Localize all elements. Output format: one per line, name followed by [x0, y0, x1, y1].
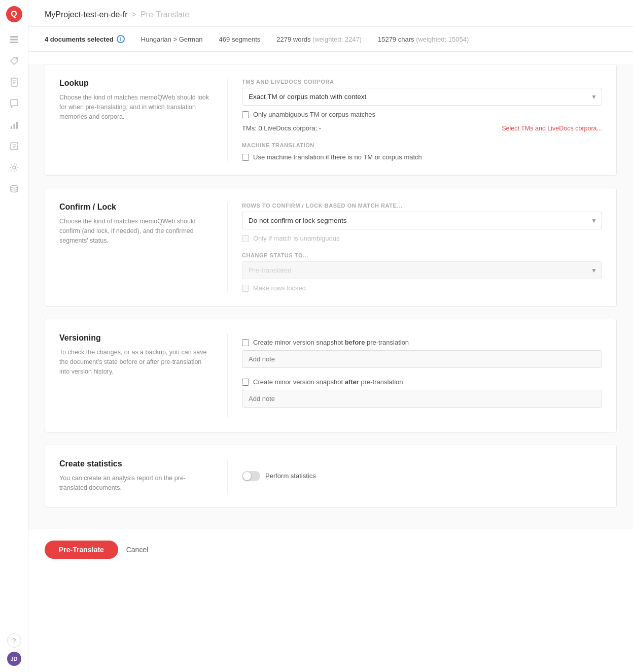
only-unambiguous-checkbox[interactable]	[242, 235, 249, 242]
sidebar-item-database[interactable]	[5, 180, 23, 198]
statistics-desc: You can create an analysis report on the…	[59, 474, 213, 493]
versioning-title: Versioning	[59, 333, 213, 343]
before-snapshot-label: Create minor version snapshot before pre…	[253, 339, 409, 346]
tms-label: TMS AND LIVEDOCS CORPORA	[242, 79, 602, 85]
svg-rect-9	[13, 124, 15, 129]
confirm-lock-desc: Choose the kind of matches memoQWeb shou…	[59, 217, 213, 245]
tms-info-row: TMs: 0 LiveDocs corpora: - Select TMs an…	[242, 124, 602, 132]
confirm-lock-title: Confirm / Lock	[59, 203, 213, 212]
toggle-knob	[243, 472, 251, 480]
info-icon: i	[117, 35, 125, 43]
tms-info-text: TMs: 0 LiveDocs corpora: -	[242, 124, 321, 132]
mt-checkbox-row: Use machine translation if there is no T…	[242, 153, 602, 161]
svg-rect-10	[16, 122, 18, 129]
breadcrumb-separator: >	[132, 10, 136, 19]
mt-checkbox-label[interactable]: Use machine translation if there is no T…	[253, 153, 422, 161]
content-area: Lookup Choose the kind of matches memoQW…	[28, 64, 633, 528]
lookup-right: TMS AND LIVEDOCS CORPORA Exact TM or cor…	[228, 79, 616, 161]
rows-label: ROWS TO CONFIRM / LOCK BASED ON MATCH RA…	[242, 203, 602, 209]
svg-point-15	[13, 166, 16, 169]
statistics-toggle[interactable]	[242, 471, 260, 481]
statistics-toggle-label: Perform statistics	[265, 472, 316, 480]
svg-rect-1	[10, 39, 18, 41]
sidebar: Q ? JD	[0, 0, 28, 672]
lookup-left: Lookup Choose the kind of matches memoQW…	[45, 79, 228, 161]
lang-pair: Hungarian > German	[141, 36, 203, 43]
locked-checkbox-row: Make rows locked	[242, 284, 602, 292]
info-bar: 4 documents selected i Hungarian > Germa…	[28, 27, 633, 52]
sidebar-item-analytics[interactable]	[5, 116, 23, 134]
sidebar-item-tasks[interactable]	[5, 137, 23, 155]
versioning-left: Versioning To check the changes, or as a…	[45, 333, 228, 418]
status-label: CHANGE STATUS TO...	[242, 252, 602, 258]
locked-checkbox[interactable]	[242, 285, 249, 292]
help-button[interactable]: ?	[7, 633, 21, 648]
sidebar-item-chat[interactable]	[5, 94, 23, 113]
cancel-button[interactable]: Cancel	[126, 546, 149, 554]
lookup-desc: Choose the kind of matches memoQWeb shou…	[59, 93, 213, 121]
confirm-lock-right: ROWS TO CONFIRM / LOCK BASED ON MATCH RA…	[228, 203, 616, 292]
tms-select-wrapper: Exact TM or corpus match with context Ex…	[242, 88, 602, 106]
segments-count: 469 segments	[219, 36, 261, 43]
versioning-section: Versioning To check the changes, or as a…	[45, 319, 617, 432]
confirm-lock-section: Confirm / Lock Choose the kind of matche…	[45, 188, 617, 307]
statistics-left: Create statistics You can create an anal…	[45, 459, 228, 493]
sidebar-item-settings[interactable]	[5, 158, 23, 177]
confirm-lock-left: Confirm / Lock Choose the kind of matche…	[45, 203, 228, 292]
chars-count: 15279 chars (weighted: 15054)	[378, 36, 469, 43]
before-note-input[interactable]	[242, 350, 602, 368]
docs-count: 4 documents selected i	[45, 35, 125, 43]
after-snapshot-checkbox[interactable]	[242, 379, 249, 386]
mt-checkbox[interactable]	[242, 154, 249, 161]
after-snapshot-label: Create minor version snapshot after pre-…	[253, 378, 403, 386]
sidebar-item-tags[interactable]	[5, 52, 23, 70]
unambiguous-checkbox-row: Only unambiguous TM or corpus matches	[242, 111, 602, 118]
sidebar-item-layers[interactable]	[5, 30, 23, 49]
before-snapshot-row: Create minor version snapshot before pre…	[242, 339, 602, 346]
page-header: MyProject-test-en-de-fr > Pre-Translate	[28, 0, 633, 27]
statistics-section: Create statistics You can create an anal…	[45, 445, 617, 508]
select-tms-link[interactable]: Select TMs and LiveDocs corpora...	[502, 125, 602, 132]
status-select[interactable]: Pre-translated Translated Confirmed	[242, 261, 602, 279]
unambiguous-label[interactable]: Only unambiguous TM or corpus matches	[253, 111, 375, 118]
breadcrumb-current: Pre-Translate	[140, 10, 189, 19]
mt-label: MACHINE TRANSLATION	[242, 142, 602, 148]
logo[interactable]: Q	[6, 6, 22, 22]
after-note-input[interactable]	[242, 390, 602, 408]
statistics-right: Perform statistics	[228, 459, 616, 493]
footer-actions: Pre-Translate Cancel	[28, 528, 633, 571]
rows-select-wrapper: Do not confirm or lock segments Exact TM…	[242, 212, 602, 229]
statistics-title: Create statistics	[59, 459, 213, 468]
versioning-right: Create minor version snapshot before pre…	[228, 333, 616, 418]
statistics-toggle-row: Perform statistics	[242, 471, 316, 481]
only-unambiguous-row: Only if match is unambiguous	[242, 234, 602, 242]
svg-rect-2	[10, 42, 18, 43]
versioning-desc: To check the changes, or as a backup, yo…	[59, 348, 213, 376]
svg-point-3	[15, 58, 17, 60]
before-snapshot-checkbox[interactable]	[242, 339, 249, 346]
unambiguous-checkbox[interactable]	[242, 111, 249, 118]
svg-rect-8	[11, 126, 12, 129]
sidebar-bottom: ? JD	[7, 633, 21, 666]
status-select-wrapper: Pre-translated Translated Confirmed ▼	[242, 261, 602, 279]
lookup-section: Lookup Choose the kind of matches memoQW…	[45, 64, 617, 176]
locked-label: Make rows locked	[253, 284, 306, 292]
svg-rect-0	[10, 36, 18, 38]
pre-translate-button[interactable]: Pre-Translate	[45, 541, 118, 559]
main-content: MyProject-test-en-de-fr > Pre-Translate …	[28, 0, 633, 672]
rows-select[interactable]: Do not confirm or lock segments Exact TM…	[242, 212, 602, 229]
svg-point-16	[11, 186, 18, 188]
user-avatar[interactable]: JD	[7, 652, 21, 666]
after-snapshot-row: Create minor version snapshot after pre-…	[242, 378, 602, 386]
lookup-title: Lookup	[59, 79, 213, 88]
tms-select[interactable]: Exact TM or corpus match with context Ex…	[242, 88, 602, 106]
sidebar-item-documents[interactable]	[5, 73, 23, 91]
app-layout: Q ? JD	[0, 0, 633, 672]
only-unambiguous-label: Only if match is unambiguous	[253, 234, 340, 242]
words-count: 2279 words (weighted: 2247)	[276, 36, 362, 43]
breadcrumb-project[interactable]: MyProject-test-en-de-fr	[45, 10, 128, 19]
after-version-block: Create minor version snapshot after pre-…	[242, 378, 602, 408]
before-version-block: Create minor version snapshot before pre…	[242, 339, 602, 368]
breadcrumb: MyProject-test-en-de-fr > Pre-Translate	[45, 10, 617, 26]
